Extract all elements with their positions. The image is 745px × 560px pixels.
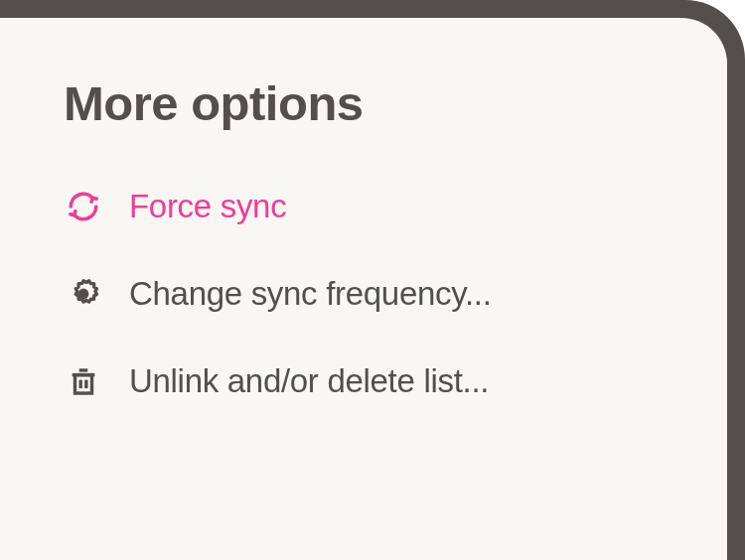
option-list: Force sync Change sync frequency... — [64, 187, 668, 401]
unlink-delete-option[interactable]: Unlink and/or delete list... — [64, 361, 668, 401]
force-sync-option[interactable]: Force sync — [64, 187, 668, 226]
dialog-frame: More options Force sync — [0, 0, 745, 560]
change-sync-frequency-option[interactable]: Change sync frequency... — [64, 274, 668, 314]
svg-point-0 — [79, 290, 87, 298]
gear-icon — [64, 274, 103, 314]
more-options-panel: More options Force sync — [0, 18, 727, 560]
svg-rect-1 — [75, 375, 92, 393]
trash-icon — [64, 361, 103, 401]
option-label: Change sync frequency... — [129, 275, 492, 313]
option-label: Unlink and/or delete list... — [129, 362, 489, 400]
option-label: Force sync — [129, 188, 286, 225]
panel-title: More options — [64, 75, 668, 131]
sync-icon — [64, 187, 103, 226]
